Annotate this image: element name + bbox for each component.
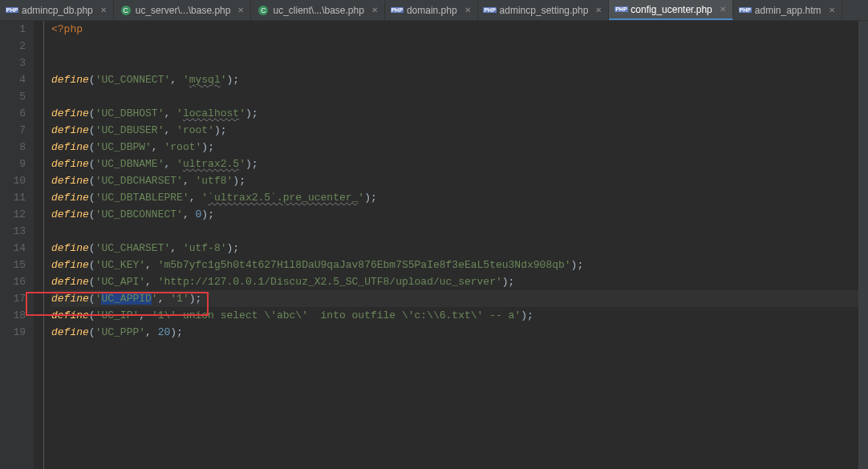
line-number[interactable]: 8 — [0, 139, 26, 156]
close-icon[interactable]: ✕ — [829, 6, 835, 14]
code-line[interactable]: define('UC_KEY', 'm5b7yfc1g5h0t4t627H1l8… — [51, 257, 868, 273]
class-file-icon: C — [258, 5, 269, 16]
php-open-tag: <?php — [51, 23, 83, 35]
editor-tab[interactable]: PHPadmin_app.htm✕ — [733, 0, 842, 20]
editor: 12345678910111213141516171819 <?php defi… — [0, 21, 868, 469]
code-line-current[interactable]: define('UC_APPID', '1'); — [51, 290, 868, 307]
line-number[interactable]: 19 — [0, 324, 26, 341]
line-number[interactable]: 12 — [0, 206, 26, 223]
code-line[interactable]: define('UC_CHARSET', 'utf-8'); — [51, 240, 868, 257]
line-number[interactable]: 18 — [0, 307, 26, 324]
line-number[interactable]: 9 — [0, 156, 26, 172]
php-file-icon: PHP — [6, 5, 18, 16]
close-icon[interactable]: ✕ — [464, 6, 471, 14]
code-line[interactable]: <?php — [51, 21, 868, 38]
code-line[interactable] — [51, 223, 868, 240]
line-number[interactable]: 10 — [0, 172, 26, 189]
code-area[interactable]: <?php define('UC_CONNECT', 'mysql'); def… — [34, 21, 868, 469]
code-line[interactable] — [51, 88, 868, 105]
editor-tab[interactable]: PHPconfig_ucenter.php✕ — [609, 0, 732, 20]
line-number[interactable]: 1 — [0, 21, 26, 38]
line-number[interactable]: 7 — [0, 122, 26, 139]
code-line[interactable]: define('UC_IP', '1\' union select \'abc\… — [51, 307, 868, 324]
line-number[interactable]: 5 — [0, 88, 26, 105]
editor-tab[interactable]: PHPdomain.php✕ — [385, 0, 478, 20]
tab-label: uc_server\...\base.php — [136, 5, 231, 16]
tab-label: domain.php — [407, 5, 457, 16]
editor-tab[interactable]: Cuc_server\...\base.php✕ — [114, 0, 252, 20]
code-line[interactable]: define('UC_PPP', 20); — [51, 324, 868, 341]
code-line[interactable]: define('UC_DBCONNECT', 0); — [51, 206, 868, 223]
line-number[interactable]: 3 — [0, 55, 26, 71]
code-line[interactable] — [51, 55, 868, 71]
code-line[interactable]: define('UC_API', 'http://127.0.0.1/Discu… — [51, 273, 868, 290]
code-line[interactable] — [51, 38, 868, 55]
line-number[interactable]: 15 — [0, 257, 26, 273]
editor-tab[interactable]: PHPadmincp_setting.php✕ — [478, 0, 610, 20]
code-line[interactable]: define('UC_DBNAME', 'ultrax2.5'); — [51, 156, 868, 172]
code-line[interactable]: define('UC_CONNECT', 'mysql'); — [51, 71, 868, 88]
line-number[interactable]: 14 — [0, 240, 26, 257]
close-icon[interactable]: ✕ — [237, 6, 244, 14]
selection: UC_APPID — [101, 293, 151, 305]
tab-label: config_ucenter.php — [631, 4, 712, 15]
tab-label: admincp_db.php — [22, 5, 93, 16]
line-number[interactable]: 16 — [0, 273, 26, 290]
editor-tab-bar: PHPadmincp_db.php✕Cuc_server\...\base.ph… — [0, 0, 868, 21]
editor-tab[interactable]: Cuc_client\...\base.php✕ — [251, 0, 384, 20]
php-file-icon: PHP — [485, 5, 496, 16]
line-number[interactable]: 17 — [0, 290, 26, 307]
close-icon[interactable]: ✕ — [720, 5, 726, 14]
php-file-icon: PHP — [740, 5, 751, 16]
code-line[interactable]: define('UC_DBUSER', 'root'); — [51, 122, 868, 139]
editor-tab[interactable]: PHPadmincp_db.php✕ — [0, 0, 114, 20]
tab-label: uc_client\...\base.php — [273, 5, 363, 16]
line-number[interactable]: 4 — [0, 71, 26, 88]
vertical-scrollbar[interactable] — [858, 21, 868, 469]
close-icon[interactable]: ✕ — [595, 6, 602, 14]
line-number[interactable]: 11 — [0, 189, 26, 206]
line-number[interactable]: 13 — [0, 223, 26, 240]
close-icon[interactable]: ✕ — [100, 6, 107, 14]
line-number[interactable]: 6 — [0, 105, 26, 122]
code-line[interactable]: define('UC_DBCHARSET', 'utf8'); — [51, 172, 868, 189]
code-line[interactable]: define('UC_DBTABLEPRE', '`ultrax2.5`.pre… — [51, 189, 868, 206]
tab-label: admincp_setting.php — [500, 5, 589, 16]
code-line[interactable]: define('UC_DBPW', 'root'); — [51, 139, 868, 156]
php-file-icon: PHP — [391, 5, 403, 16]
code-line[interactable]: define('UC_DBHOST', 'localhost'); — [51, 105, 868, 122]
close-icon[interactable]: ✕ — [371, 6, 378, 14]
php-file-icon: PHP — [615, 4, 627, 15]
tab-label: admin_app.htm — [755, 5, 821, 16]
line-number-gutter: 12345678910111213141516171819 — [0, 21, 34, 469]
line-number[interactable]: 2 — [0, 38, 26, 55]
class-file-icon: C — [120, 5, 132, 16]
